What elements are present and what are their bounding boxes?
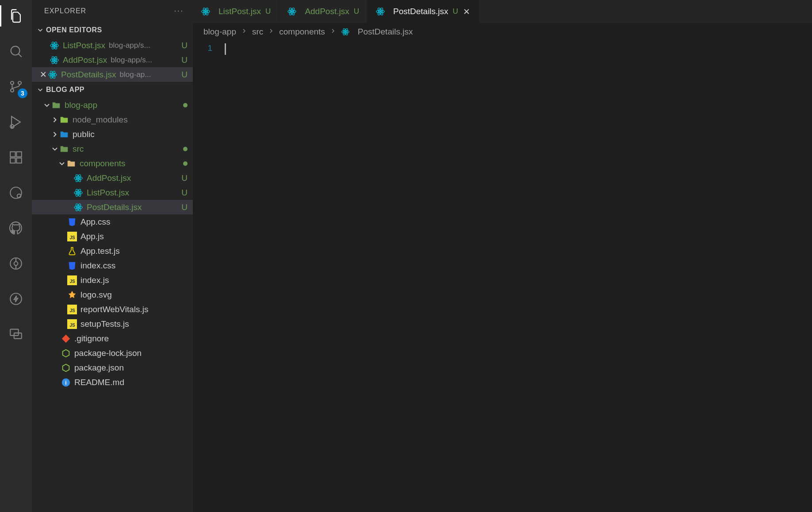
file-tree: blog-app node_modules public src compone… xyxy=(32,98,193,512)
file-item[interactable]: JS reportWebVitals.js xyxy=(32,302,193,317)
more-icon[interactable]: ··· xyxy=(174,7,184,15)
activity-git-graph[interactable] xyxy=(5,253,27,274)
tab-label: ListPost.jsx xyxy=(218,7,261,16)
code-area[interactable]: 1 xyxy=(193,41,812,512)
file-name: App.test.js xyxy=(80,246,120,256)
svg-rect-7 xyxy=(16,158,21,163)
workspace-header[interactable]: BLOG APP xyxy=(32,82,193,98)
file-name: package-lock.json xyxy=(74,348,142,358)
file-name: PostDetails.jsx xyxy=(61,70,116,80)
svg-point-54 xyxy=(291,11,293,12)
file-item[interactable]: index.css xyxy=(32,258,193,273)
breadcrumb-part[interactable]: blog-app xyxy=(203,27,236,37)
file-item[interactable]: package-lock.json xyxy=(32,346,193,360)
git-status: U xyxy=(181,173,188,183)
file-addpost[interactable]: AddPost.jsx U xyxy=(32,171,193,185)
folder-src[interactable]: src xyxy=(32,141,193,156)
activity-remote[interactable] xyxy=(5,182,27,203)
svg-text:i: i xyxy=(65,379,66,386)
activity-thunder[interactable] xyxy=(5,288,27,309)
sidebar-header: EXPLORER ··· xyxy=(32,0,193,22)
test-icon xyxy=(67,246,77,256)
svg-icon xyxy=(67,290,77,300)
file-item[interactable]: JS setupTests.js xyxy=(32,317,193,331)
file-name: index.js xyxy=(80,275,109,285)
breadcrumb[interactable]: blog-app src components PostDetails.jsx xyxy=(193,23,812,41)
tab-addpost[interactable]: AddPost.jsx U xyxy=(279,0,368,23)
folder-node-modules[interactable]: node_modules xyxy=(32,112,193,127)
file-path: blog-app/s... xyxy=(111,56,181,65)
breadcrumb-part[interactable]: PostDetails.jsx xyxy=(358,27,413,37)
files-icon xyxy=(8,8,23,23)
file-name: AddPost.jsx xyxy=(87,173,131,183)
file-listpost[interactable]: ListPost.jsx U xyxy=(32,185,193,200)
activity-source-control[interactable]: 3 xyxy=(5,76,27,97)
tab-postdetails[interactable]: PostDetails.jsx U ✕ xyxy=(368,0,479,23)
react-icon xyxy=(48,70,57,80)
activity-extensions[interactable] xyxy=(5,147,27,168)
git-dot xyxy=(183,103,188,107)
open-editor-item[interactable]: ✕ PostDetails.jsx blog-ap... U xyxy=(32,67,193,82)
breadcrumb-part[interactable]: src xyxy=(252,27,263,37)
open-editor-item[interactable]: AddPost.jsx blog-app/s... U xyxy=(32,53,193,67)
svg-point-2 xyxy=(11,89,14,92)
close-icon[interactable]: ✕ xyxy=(463,8,471,15)
file-name: PostDetails.jsx xyxy=(87,203,142,212)
react-icon xyxy=(341,27,350,36)
git-icon xyxy=(61,334,71,344)
chevron-right-icon xyxy=(50,130,59,139)
svg-text:JS: JS xyxy=(70,308,76,313)
tab-label: PostDetails.jsx xyxy=(393,7,448,16)
activity-run-debug[interactable] xyxy=(5,111,27,133)
debug-icon xyxy=(8,115,23,130)
activity-search[interactable] xyxy=(5,41,27,62)
folder-name: src xyxy=(73,144,84,154)
folder-components[interactable]: components xyxy=(32,156,193,171)
breadcrumb-part[interactable]: components xyxy=(279,27,325,37)
close-icon[interactable]: ✕ xyxy=(39,69,48,80)
react-icon xyxy=(375,7,385,16)
svg-point-28 xyxy=(77,177,79,179)
sidebar-title: EXPLORER xyxy=(44,7,86,15)
git-status: U xyxy=(181,55,188,65)
file-item[interactable]: JS index.js xyxy=(32,273,193,287)
github-icon xyxy=(8,221,23,236)
react-icon xyxy=(50,41,59,50)
file-path: blog-ap... xyxy=(120,70,182,79)
file-name: package.json xyxy=(74,363,124,373)
remote-icon xyxy=(8,185,23,200)
file-name: setupTests.js xyxy=(80,319,129,329)
editor-content[interactable] xyxy=(225,41,812,512)
folder-name: components xyxy=(80,159,126,168)
file-item[interactable]: App.css xyxy=(32,214,193,229)
activity-chat[interactable] xyxy=(5,324,27,345)
css-icon xyxy=(67,217,77,227)
line-gutter: 1 xyxy=(193,41,225,512)
file-item[interactable]: App.test.js xyxy=(32,244,193,258)
file-item[interactable]: package.json xyxy=(32,360,193,375)
explorer-sidebar: EXPLORER ··· OPEN EDITORS ListPost.jsx b… xyxy=(32,0,193,512)
open-editors-header[interactable]: OPEN EDITORS xyxy=(32,22,193,38)
tab-listpost[interactable]: ListPost.jsx U xyxy=(193,0,279,23)
open-editor-item[interactable]: ListPost.jsx blog-app/s... U xyxy=(32,38,193,53)
svg-point-50 xyxy=(205,11,207,12)
chevron-right-icon xyxy=(268,27,275,37)
file-item[interactable]: i README.md xyxy=(32,375,193,390)
activity-explorer[interactable] xyxy=(5,5,27,27)
file-item[interactable]: logo.svg xyxy=(32,287,193,302)
git-status: U xyxy=(181,41,188,50)
file-item[interactable]: JS App.js xyxy=(32,229,193,244)
activity-github[interactable] xyxy=(5,218,27,239)
folder-blog-app[interactable]: blog-app xyxy=(32,98,193,112)
npm-icon xyxy=(61,348,71,358)
file-postdetails[interactable]: PostDetails.jsx U xyxy=(32,200,193,214)
folder-public[interactable]: public xyxy=(32,127,193,141)
svg-rect-5 xyxy=(10,152,15,157)
line-number: 1 xyxy=(193,43,212,53)
chevron-right-icon xyxy=(329,27,337,37)
chevron-down-icon xyxy=(35,85,45,95)
workspace-label: BLOG APP xyxy=(46,86,84,94)
svg-point-9 xyxy=(10,187,22,199)
search-icon xyxy=(8,44,23,59)
file-item[interactable]: .gitignore xyxy=(32,331,193,346)
